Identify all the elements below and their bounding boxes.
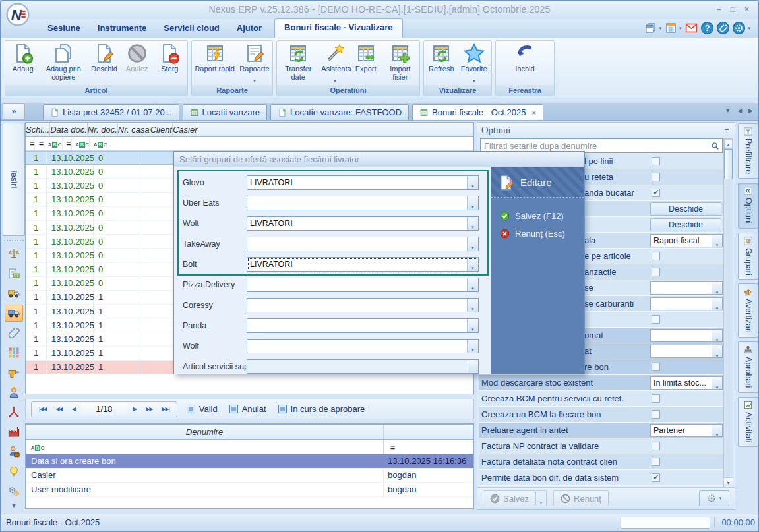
search-icon[interactable] <box>710 141 720 151</box>
menu-item[interactable]: Sesiune <box>39 20 89 38</box>
option-row[interactable]: Factura NP contract la validare <box>479 438 724 454</box>
detail-row[interactable]: Data si ora creare bon 13.10.2025 16:16:… <box>26 454 473 469</box>
grid-filter-cell[interactable]: = <box>26 137 35 150</box>
detail-column-header[interactable]: Denumire <box>26 425 384 439</box>
ribbon-context-tab[interactable]: Bonuri fiscale - Vizualizare <box>274 18 402 38</box>
scales-icon[interactable] <box>5 245 23 262</box>
checkbox-icon[interactable] <box>229 405 238 413</box>
dropdown-arrow-icon[interactable] <box>712 298 722 310</box>
nav-prev-icon[interactable]: ◀◀ <box>51 406 67 412</box>
menu-item[interactable]: Servicii cloud <box>155 20 228 38</box>
services-icon[interactable] <box>5 483 23 500</box>
status-filter-checkbox[interactable]: Valid <box>187 404 218 414</box>
option-row[interactable]: Creeaza BCM pentru servicii cu retet. <box>479 391 724 407</box>
ribbon-button[interactable]: Rapoarte ▾ <box>237 42 271 86</box>
ribbon-button[interactable]: Asistenta ▾ <box>319 42 350 86</box>
option-dropdown[interactable] <box>650 281 723 295</box>
dropdown-arrow-icon[interactable] <box>467 278 478 291</box>
checkbox-icon[interactable] <box>278 405 287 413</box>
dialog-combo-input[interactable]: LIVRATORI <box>247 216 479 231</box>
nav-next-icon[interactable]: ▶ <box>129 406 141 412</box>
dropdown-arrow-icon[interactable] <box>712 235 722 247</box>
grid-filter-cell[interactable]: = <box>63 137 72 150</box>
ribbon-button[interactable]: Favorite ▾ <box>459 42 489 86</box>
option-button[interactable]: Deschide <box>650 202 721 216</box>
paperclip-icon[interactable] <box>5 324 23 341</box>
dialog-combo-input[interactable] <box>247 339 479 353</box>
tab-list-icon[interactable]: ▼ <box>725 107 731 114</box>
ribbon-button[interactable]: Sterg <box>154 42 185 74</box>
tab-close-icon[interactable]: × <box>531 109 535 117</box>
option-dropdown[interactable] <box>650 329 723 342</box>
dialog-cancel-button[interactable]: Renunț (Esc) <box>491 225 584 243</box>
ribbon-button[interactable]: Adaug prin copiere <box>40 42 86 82</box>
options-cancel-button[interactable]: Renunț <box>553 490 609 506</box>
delivery-icon[interactable] <box>5 305 23 322</box>
grid-filter-cell[interactable]: ABC <box>90 137 107 150</box>
dropdown-arrow-icon[interactable] <box>712 282 722 294</box>
scroll-up-icon[interactable]: ▲ <box>724 139 733 149</box>
dialog-combo-input[interactable] <box>247 237 479 251</box>
scroll-down-icon[interactable]: ▼ <box>723 477 733 487</box>
idea-icon[interactable] <box>5 463 23 480</box>
option-checkbox[interactable] <box>652 458 660 466</box>
right-panel-tab[interactable]: Aprobari <box>738 341 758 392</box>
tab-scroll-left-icon[interactable]: ◀ <box>737 107 742 114</box>
mail-icon[interactable] <box>684 21 698 35</box>
cascade-windows-icon[interactable] <box>644 22 657 34</box>
dialog-combo-input[interactable] <box>247 196 479 210</box>
truck-icon[interactable] <box>5 285 23 302</box>
dialog-combo-input[interactable] <box>247 298 479 312</box>
ribbon-button[interactable]: Inchid <box>510 42 540 74</box>
dropdown-arrow-icon[interactable]: ▾ <box>748 26 750 31</box>
option-checkbox[interactable] <box>652 442 660 450</box>
worker-icon[interactable] <box>5 384 23 401</box>
sidebar-tab-iesiri[interactable]: Iesiri <box>3 123 25 236</box>
dialog-save-button[interactable]: Salvez (F12) <box>491 207 584 225</box>
calendar-icon[interactable] <box>665 22 677 34</box>
nav-next-icon[interactable]: ▶▶ <box>141 406 157 412</box>
status-filter-checkbox[interactable]: Anulat <box>229 404 266 414</box>
dropdown-arrow-icon[interactable] <box>467 319 478 332</box>
option-row[interactable]: Factura detaliata nota contract clien <box>479 454 724 470</box>
grid-filter-cell[interactable]: ABC <box>72 137 90 150</box>
ribbon-button[interactable]: Deschid <box>89 42 119 74</box>
option-dropdown[interactable]: Partener <box>650 424 723 437</box>
right-panel-tab[interactable]: Grupari <box>738 233 758 280</box>
dropdown-arrow-icon[interactable] <box>712 425 722 436</box>
document-tab[interactable]: Locatie vanzare: FASTFOOD <box>270 104 409 120</box>
option-row[interactable]: Mod descarcare stoc existent In limita s… <box>479 375 724 391</box>
detail-filter-cell[interactable]: ABC <box>26 440 384 454</box>
dropdown-arrow-icon[interactable] <box>467 340 478 353</box>
attach-icon[interactable] <box>716 21 730 35</box>
dialog-combo-input[interactable]: LIVRATORI <box>247 175 479 190</box>
document-tab[interactable]: Lista pret 32452 / 01.07.20... <box>43 104 179 120</box>
status-filter-checkbox[interactable]: In curs de aprobare <box>278 404 365 414</box>
modules-icon[interactable] <box>5 344 23 361</box>
grid-filter-cell[interactable]: = <box>35 137 44 150</box>
gear-icon[interactable] <box>732 21 746 35</box>
menu-item[interactable]: Instrumente <box>89 20 155 38</box>
option-dropdown[interactable] <box>650 345 723 358</box>
dropdown-arrow-icon[interactable] <box>467 217 478 230</box>
option-checkbox[interactable] <box>652 315 660 324</box>
dialog-combo-input[interactable] <box>247 359 479 374</box>
nexus-logo-icon[interactable]: N <box>6 3 30 26</box>
dropdown-arrow-icon[interactable] <box>467 258 478 271</box>
dialog-combo-input[interactable] <box>247 318 479 333</box>
cash-report-icon[interactable] <box>5 265 23 282</box>
option-row[interactable]: Permite data bon dif. de data sistem <box>479 470 724 486</box>
dropdown-arrow-icon[interactable] <box>467 176 478 189</box>
option-row[interactable]: Preluare agent in antet Partener <box>479 423 724 438</box>
grid-filter-cell[interactable]: ABC <box>44 137 62 150</box>
document-tab[interactable]: Bonuri fiscale - Oct.2025 × <box>412 104 543 120</box>
right-panel-tab[interactable]: Prefiltrare <box>738 123 758 179</box>
agent-icon[interactable] <box>5 443 23 460</box>
close-button[interactable]: × <box>744 5 749 14</box>
grid-column-header[interactable]: Data doc. <box>50 123 88 136</box>
dropdown-arrow-icon[interactable] <box>467 237 478 251</box>
dropdown-arrow-icon[interactable] <box>467 299 478 312</box>
option-checkbox[interactable] <box>652 268 660 276</box>
factory-icon[interactable] <box>5 423 23 440</box>
sidebar-more-icon[interactable]: ▼ <box>11 502 17 509</box>
